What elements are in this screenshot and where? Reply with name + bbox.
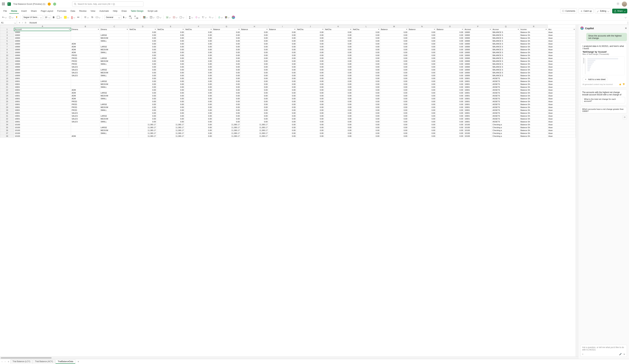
row-header-17[interactable]: 17 [0,74,14,77]
cell[interactable]: 0.00 [380,123,408,126]
cell[interactable]: 0.00 [352,54,380,57]
cell[interactable]: 0.00 [324,92,352,94]
cell[interactable]: 0.00 [268,63,296,66]
cell[interactable]: 0.00 [212,77,241,80]
cell[interactable]: 0.00 [380,80,408,83]
cell[interactable]: Asse [548,112,576,115]
cell[interactable]: 0.00 [324,48,352,51]
row-header-26[interactable]: 26 [0,100,14,103]
cell[interactable]: MEDIUM [100,71,129,74]
cell[interactable]: 0.00 [352,83,380,86]
cell[interactable]: ASSETS [492,86,520,89]
cell[interactable]: Asse [548,57,576,60]
cell[interactable]: 10001 [464,118,492,120]
cell[interactable]: 0.00 [324,94,352,97]
cell[interactable]: 0.00 [380,68,408,71]
cell-header[interactable]: Income [520,28,548,31]
cell[interactable]: 0.00 [436,92,464,94]
cell[interactable]: 0.00 [129,109,157,112]
cell[interactable]: 0.00 [241,80,269,83]
cell[interactable]: 0.00 [185,94,213,97]
cell[interactable]: 0.00 [212,94,241,97]
cell[interactable]: Balance Sh [520,71,548,74]
cell[interactable]: 0.00 [352,97,380,100]
cell[interactable]: 0.00 [157,103,185,106]
cell[interactable]: 0.00 [408,66,436,68]
cell[interactable]: 0.00 [436,135,464,138]
cell[interactable]: 10001 [464,86,492,89]
number-format-selector[interactable]: General [104,15,121,19]
cell[interactable]: 0.00 [324,83,352,86]
cell[interactable]: 0.00 [212,51,241,54]
cell[interactable]: LARGE [100,68,129,71]
cell[interactable] [100,42,129,45]
cell[interactable]: 0.00 [352,120,380,123]
row-header-31[interactable]: 31 [0,115,14,118]
more-font-options-button[interactable]: ••• [77,16,80,19]
cell[interactable]: 0.00 [185,135,213,138]
cell[interactable]: 0.00 [352,100,380,103]
cell[interactable]: 0.00 [324,123,352,126]
col-header-L[interactable]: L [352,25,380,28]
cell[interactable]: 0.00 [185,31,213,34]
cell[interactable]: ASSETS [492,83,520,86]
cell[interactable]: 0.00 [352,74,380,77]
cell[interactable]: Balance Sh [520,118,548,120]
cell[interactable]: 0.00 [296,80,324,83]
cell[interactable]: ASSETS [492,112,520,115]
cell[interactable]: 0.00 [268,42,296,45]
cell[interactable]: 0.00 [408,94,436,97]
cell[interactable]: Balance Sh [520,115,548,118]
cell-header[interactable]: Account [14,28,71,31]
cell[interactable]: 0.00 [296,112,324,115]
expand-formula-bar-button[interactable] [627,21,629,24]
delete-cells-button[interactable]: − [172,16,178,19]
cell[interactable]: 0.00 [380,126,408,129]
cell[interactable]: 0.00 [324,68,352,71]
cell[interactable]: 10100 [14,129,71,132]
cell[interactable]: LARGE [100,80,129,83]
cell[interactable]: Asse [548,126,576,129]
cell[interactable]: 0.00 [157,89,185,92]
cell[interactable]: LARGE [100,103,129,106]
cell[interactable]: 0.00 [157,54,185,57]
cell[interactable]: 0.00 [296,77,324,80]
cell[interactable]: 0.00 [324,115,352,118]
share-button[interactable]: Share [612,9,627,13]
cell[interactable]: BALANCE S [492,54,520,57]
format-table-button[interactable] [149,16,155,19]
cell[interactable]: 0.00 [129,54,157,57]
col-header-J[interactable]: J [296,25,324,28]
cell[interactable]: Balance Sh [520,37,548,39]
suggestion-2[interactable]: Which accounts have a net change greater… [580,107,627,113]
cell[interactable]: 0.00 [324,100,352,103]
cell[interactable]: 0.00 [352,66,380,68]
cell[interactable]: BALANCE S [492,68,520,71]
cell[interactable]: 0.00 [352,77,380,80]
cell[interactable]: 0.00 [408,71,436,74]
cell[interactable]: 0.00 [241,66,269,68]
cell[interactable]: MEDIUM [100,118,129,120]
cell[interactable]: Balance Sh [520,89,548,92]
cell[interactable]: 0.00 [157,57,185,60]
comments-button[interactable]: Comments [560,9,577,13]
spreadsheet-grid[interactable]: ABCDEFGHIJKLMNOPQR 1AccountDimensDimensN… [0,25,576,357]
cell[interactable]: 0.00 [129,86,157,89]
cell[interactable]: Asse [548,42,576,45]
cell[interactable]: 0.00 [296,86,324,89]
cell[interactable]: Asse [548,77,576,80]
cell[interactable]: 0.00 [185,37,213,39]
cell[interactable]: 0.00 [241,71,269,74]
add-to-sheet-button[interactable]: ＋Add to a new sheet [583,77,608,82]
cell[interactable]: 0.00 [212,106,241,109]
cell[interactable]: 0.00 [352,71,380,74]
cell[interactable]: ASSETS [492,109,520,112]
cell[interactable]: Balance Sh [520,92,548,94]
cell[interactable]: 0.00 [268,68,296,71]
cell[interactable]: 0.00 [268,74,296,77]
cell[interactable]: 0.00 [185,118,213,120]
name-box[interactable]: A1 [0,21,17,25]
cell[interactable]: 0.00 [408,34,436,37]
cell[interactable]: 0.00 [324,97,352,100]
row-header-3[interactable]: 3 [0,34,14,37]
